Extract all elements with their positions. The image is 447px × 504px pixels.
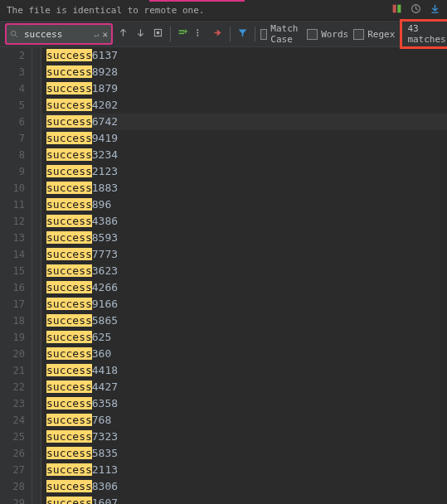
- search-input[interactable]: [22, 28, 90, 41]
- code-line[interactable]: success5835: [41, 445, 447, 462]
- separator: [230, 27, 231, 41]
- code-line[interactable]: success9166: [41, 296, 447, 313]
- code-line[interactable]: success4266: [41, 279, 447, 296]
- code-line[interactable]: success8593: [41, 230, 447, 246]
- svg-point-11: [197, 32, 198, 33]
- line-number: 6: [0, 114, 32, 130]
- code-area[interactable]: success6137success8928success1879success…: [41, 47, 447, 504]
- line-number: 23: [0, 395, 32, 412]
- code-line[interactable]: success3623: [41, 263, 447, 279]
- line-number: 4: [0, 80, 32, 97]
- code-line[interactable]: success1883: [41, 180, 447, 196]
- svg-line-5: [15, 35, 17, 37]
- line-number: 19: [0, 329, 32, 346]
- search-highlight: success: [46, 314, 92, 327]
- code-line[interactable]: success4386: [41, 213, 447, 230]
- regex-checkbox[interactable]: Regex: [353, 29, 395, 40]
- export-icon[interactable]: [212, 27, 223, 41]
- code-line[interactable]: success7323: [41, 429, 447, 445]
- enter-hint-icon: ↵: [94, 30, 99, 39]
- line-number: 17: [0, 296, 32, 313]
- code-line[interactable]: success625: [41, 329, 447, 346]
- separator: [170, 27, 171, 41]
- code-line[interactable]: success4418: [41, 362, 447, 379]
- line-number: 9: [0, 163, 32, 180]
- search-highlight: success: [46, 132, 92, 144]
- search-highlight: success: [46, 198, 92, 211]
- line-number: 13: [0, 230, 32, 246]
- match-count: 43 matches: [400, 19, 447, 49]
- next-match-icon[interactable]: [135, 27, 146, 41]
- select-all-icon[interactable]: [153, 27, 163, 41]
- history-icon[interactable]: [411, 3, 421, 17]
- search-highlight: success: [46, 414, 92, 426]
- match-case-checkbox[interactable]: Match Case: [260, 23, 302, 45]
- code-line[interactable]: success4427: [41, 379, 447, 395]
- svg-point-10: [197, 29, 198, 31]
- code-line[interactable]: success3234: [41, 147, 447, 163]
- code-line[interactable]: success1607: [41, 495, 447, 504]
- code-line[interactable]: success360: [41, 346, 447, 362]
- editor: 2345678910111213141516171819202122232425…: [0, 47, 447, 504]
- svg-rect-9: [179, 33, 185, 35]
- line-number: 2: [0, 47, 32, 64]
- svg-rect-1: [397, 5, 401, 13]
- code-line[interactable]: success9419: [41, 130, 447, 147]
- search-highlight: success: [46, 463, 92, 476]
- search-highlight: success: [46, 231, 92, 244]
- code-line[interactable]: success2123: [41, 163, 447, 180]
- separator: [255, 27, 255, 41]
- line-number: 11: [0, 196, 32, 213]
- search-highlight: success: [46, 248, 92, 260]
- search-highlight: success: [46, 281, 92, 293]
- search-highlight: success: [46, 364, 92, 376]
- search-highlight: success: [46, 380, 92, 393]
- code-line[interactable]: success8928: [41, 64, 447, 80]
- line-number: 26: [0, 445, 32, 462]
- compare-icon[interactable]: [391, 3, 402, 17]
- line-number: 8: [0, 147, 32, 163]
- svg-rect-7: [157, 32, 159, 34]
- line-number: 22: [0, 379, 32, 395]
- code-line[interactable]: success6742: [41, 114, 447, 130]
- svg-rect-3: [431, 12, 438, 13]
- code-line[interactable]: success768: [41, 412, 447, 429]
- line-number: 28: [0, 478, 32, 495]
- clear-search-icon[interactable]: ✕: [102, 29, 108, 40]
- filter-icon[interactable]: [237, 27, 248, 41]
- search-highlight: success: [46, 447, 92, 459]
- status-bar: The file is identical to remote one.: [0, 0, 447, 21]
- code-line[interactable]: success896: [41, 196, 447, 213]
- line-number: 20: [0, 346, 32, 362]
- code-line[interactable]: success5865: [41, 313, 447, 329]
- line-number: 10: [0, 180, 32, 196]
- search-highlight: success: [46, 331, 92, 343]
- add-selection-icon[interactable]: [177, 27, 188, 41]
- search-highlight: success: [46, 82, 92, 94]
- line-number: 18: [0, 313, 32, 329]
- code-line[interactable]: success8306: [41, 478, 447, 495]
- gutter-bar: [32, 47, 41, 504]
- search-input-box[interactable]: ↵ ✕: [5, 23, 113, 45]
- gutter: 2345678910111213141516171819202122232425…: [0, 47, 32, 504]
- code-line[interactable]: success2113: [41, 462, 447, 478]
- code-line[interactable]: success6137: [41, 47, 447, 64]
- svg-rect-8: [179, 30, 185, 32]
- code-line[interactable]: success4202: [41, 97, 447, 114]
- code-line[interactable]: success6358: [41, 395, 447, 412]
- prev-match-icon[interactable]: [118, 27, 129, 41]
- search-highlight: success: [46, 99, 92, 111]
- search-highlight: success: [46, 182, 92, 194]
- code-line[interactable]: success1879: [41, 80, 447, 97]
- svg-point-4: [11, 31, 16, 36]
- line-number: 12: [0, 213, 32, 230]
- words-checkbox[interactable]: Words: [307, 29, 348, 40]
- code-line[interactable]: success7773: [41, 246, 447, 263]
- tab-active-underline: [149, 0, 245, 2]
- search-highlight: success: [46, 264, 92, 277]
- line-number: 16: [0, 279, 32, 296]
- search-highlight: success: [46, 298, 92, 310]
- download-icon[interactable]: [430, 3, 440, 17]
- filter-options-icon[interactable]: [195, 27, 206, 41]
- line-number: 15: [0, 263, 32, 279]
